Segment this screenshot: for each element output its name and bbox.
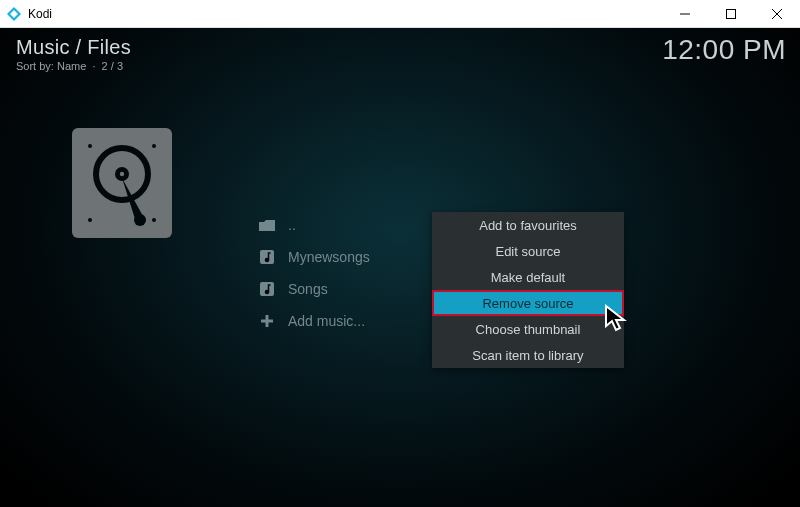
- svg-point-7: [152, 144, 156, 148]
- list-item-label: Mynewsongs: [288, 249, 370, 265]
- kodi-viewport: Music / Files Sort by: Name · 2 / 3 12:0…: [0, 28, 800, 507]
- ctx-scan-library[interactable]: Scan item to library: [432, 342, 624, 368]
- close-button[interactable]: [754, 0, 800, 28]
- list-item[interactable]: ..: [258, 216, 448, 234]
- sort-label: Sort by: Name: [16, 60, 86, 72]
- list-item[interactable]: Mynewsongs: [258, 248, 448, 266]
- ctx-remove-source[interactable]: Remove source: [432, 290, 624, 316]
- breadcrumb-sub: Sort by: Name · 2 / 3: [16, 60, 131, 72]
- ctx-make-default[interactable]: Make default: [432, 264, 624, 290]
- ctx-item-label: Remove source: [482, 296, 573, 311]
- hdd-thumbnail: [72, 128, 172, 238]
- ctx-item-label: Scan item to library: [472, 348, 583, 363]
- svg-point-5: [134, 214, 146, 226]
- file-list: .. Mynewsongs Songs Add music...: [258, 216, 448, 330]
- svg-point-4: [120, 172, 124, 176]
- ctx-choose-thumbnail[interactable]: Choose thumbnail: [432, 316, 624, 342]
- breadcrumb-path: Music / Files: [16, 36, 131, 59]
- svg-rect-0: [727, 9, 736, 18]
- ctx-item-label: Add to favourites: [479, 218, 577, 233]
- clock: 12:00 PM: [662, 34, 786, 66]
- svg-point-9: [152, 218, 156, 222]
- svg-point-6: [88, 144, 92, 148]
- add-icon: [258, 312, 276, 330]
- svg-point-8: [88, 218, 92, 222]
- ctx-edit-source[interactable]: Edit source: [432, 238, 624, 264]
- ctx-item-label: Make default: [491, 270, 565, 285]
- kodi-app-icon: [6, 6, 22, 22]
- window-title: Kodi: [28, 7, 52, 21]
- ctx-item-label: Choose thumbnail: [476, 322, 581, 337]
- list-item[interactable]: Add music...: [258, 312, 448, 330]
- minimize-button[interactable]: [662, 0, 708, 28]
- maximize-button[interactable]: [708, 0, 754, 28]
- list-item[interactable]: Songs: [258, 280, 448, 298]
- window-titlebar: Kodi: [0, 0, 800, 28]
- list-item-label: ..: [288, 217, 296, 233]
- folder-up-icon: [258, 216, 276, 234]
- context-menu: Add to favourites Edit source Make defau…: [432, 212, 624, 368]
- ctx-item-label: Edit source: [495, 244, 560, 259]
- mouse-cursor-icon: [604, 304, 628, 332]
- list-position: 2 / 3: [102, 60, 123, 72]
- list-item-label: Songs: [288, 281, 328, 297]
- music-source-icon: [258, 280, 276, 298]
- list-item-label: Add music...: [288, 313, 365, 329]
- music-source-icon: [258, 248, 276, 266]
- ctx-add-favourites[interactable]: Add to favourites: [432, 212, 624, 238]
- breadcrumb: Music / Files Sort by: Name · 2 / 3: [16, 36, 131, 72]
